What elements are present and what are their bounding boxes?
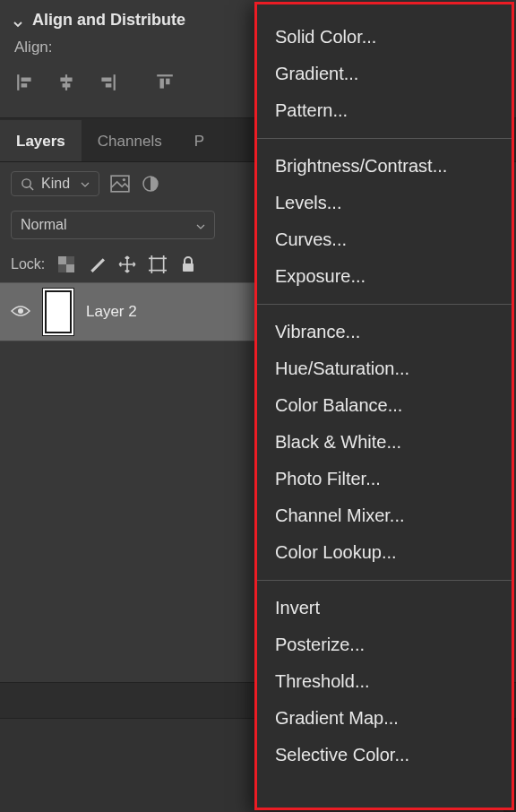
svg-point-12 [22, 178, 30, 186]
menu-item-selective-color[interactable]: Selective Color... [257, 737, 512, 773]
svg-rect-20 [58, 264, 66, 272]
svg-rect-21 [152, 258, 164, 270]
menu-item-posterize[interactable]: Posterize... [257, 626, 512, 663]
align-section-title: Align and Distribute [32, 11, 185, 30]
menu-item-photo-filter[interactable]: Photo Filter... [257, 461, 512, 497]
kind-filter-label: Kind [41, 176, 70, 192]
lock-label: Lock: [11, 256, 45, 272]
blend-mode-value: Normal [21, 217, 67, 233]
svg-rect-0 [17, 74, 19, 91]
menu-separator [257, 304, 512, 305]
align-left-icon[interactable] [14, 73, 36, 92]
visibility-eye-icon[interactable] [11, 305, 30, 319]
menu-item-gradient[interactable]: Gradient... [257, 56, 512, 92]
menu-item-solid-color[interactable]: Solid Color... [257, 19, 512, 56]
chevron-down-icon [196, 217, 205, 233]
align-top-icon[interactable] [154, 73, 176, 92]
svg-line-13 [30, 186, 33, 190]
svg-rect-1 [22, 78, 31, 82]
filter-adjustment-icon[interactable] [141, 175, 160, 193]
lock-pixels-icon[interactable] [88, 255, 106, 273]
menu-item-black-white[interactable]: Black & White... [257, 424, 512, 461]
align-right-icon[interactable] [97, 73, 118, 92]
svg-rect-5 [63, 83, 71, 87]
menu-item-color-balance[interactable]: Color Balance... [257, 387, 512, 424]
menu-item-exposure[interactable]: Exposure... [257, 258, 512, 295]
menu-item-pattern[interactable]: Pattern... [257, 92, 512, 129]
lock-transparency-icon[interactable] [57, 255, 75, 273]
chevron-down-icon [13, 15, 23, 26]
svg-rect-10 [160, 79, 164, 89]
svg-rect-6 [114, 74, 116, 91]
menu-separator [257, 138, 512, 139]
svg-rect-4 [60, 78, 72, 82]
menu-item-levels[interactable]: Levels... [257, 185, 512, 221]
svg-rect-18 [66, 264, 74, 272]
svg-rect-30 [183, 263, 194, 272]
lock-artboard-icon[interactable] [149, 255, 167, 273]
menu-item-invert[interactable]: Invert [257, 590, 512, 626]
menu-item-channel-mixer[interactable]: Channel Mixer... [257, 497, 512, 534]
menu-item-curves[interactable]: Curves... [257, 221, 512, 258]
svg-point-31 [18, 308, 23, 314]
layer-name[interactable]: Layer 2 [86, 303, 137, 321]
kind-filter-select[interactable]: Kind [11, 171, 99, 196]
svg-rect-7 [101, 78, 111, 82]
svg-rect-9 [157, 74, 173, 76]
adjustment-layer-context-menu: Solid Color...Gradient...Pattern...Brigh… [254, 2, 514, 810]
tab-channels[interactable]: Channels [82, 120, 178, 161]
svg-rect-19 [66, 256, 74, 264]
svg-rect-2 [22, 83, 28, 87]
svg-rect-8 [106, 83, 112, 87]
svg-rect-11 [166, 79, 169, 85]
lock-all-icon[interactable] [179, 255, 197, 273]
filter-pixel-icon[interactable] [110, 175, 130, 193]
blend-mode-select[interactable]: Normal [11, 211, 215, 239]
lock-position-icon[interactable] [118, 255, 136, 273]
tab-layers[interactable]: Layers [0, 120, 82, 161]
svg-rect-3 [65, 74, 67, 91]
menu-item-gradient-map[interactable]: Gradient Map... [257, 700, 512, 737]
menu-item-threshold[interactable]: Threshold... [257, 663, 512, 700]
svg-rect-17 [58, 256, 66, 264]
tab-paths-truncated[interactable]: P [178, 120, 220, 161]
menu-item-hue-saturation[interactable]: Hue/Saturation... [257, 350, 512, 387]
menu-item-color-lookup[interactable]: Color Lookup... [257, 534, 512, 571]
menu-separator [257, 580, 512, 581]
chevron-down-icon [81, 178, 90, 189]
svg-point-15 [123, 178, 125, 181]
align-center-horizontal-icon[interactable] [56, 73, 77, 92]
menu-item-vibrance[interactable]: Vibrance... [257, 314, 512, 350]
search-icon [21, 177, 34, 191]
layer-thumbnail[interactable] [45, 290, 72, 333]
menu-item-brightness-contrast[interactable]: Brightness/Contrast... [257, 148, 512, 185]
